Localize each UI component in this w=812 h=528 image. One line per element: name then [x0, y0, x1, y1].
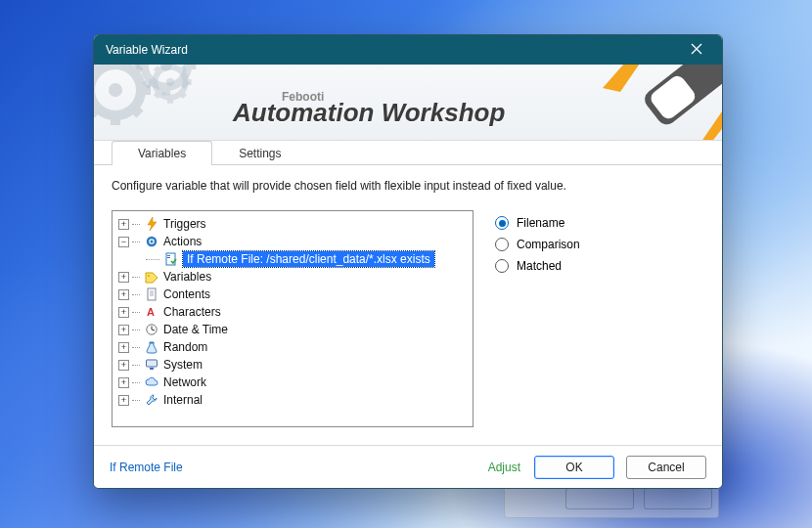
tree-node-network[interactable]: + Network [114, 374, 471, 391]
instruction-text: Configure variable that will provide cho… [112, 175, 704, 202]
svg-rect-18 [167, 255, 170, 256]
radio-matched[interactable]: Matched [495, 255, 704, 277]
ok-button[interactable]: OK [534, 456, 614, 479]
expand-icon[interactable]: + [118, 342, 129, 353]
expand-icon[interactable]: + [118, 377, 129, 388]
brand-title: Automation Workshop [233, 98, 505, 128]
clock-icon [144, 322, 159, 337]
close-icon[interactable] [681, 42, 712, 58]
tree-node-triggers[interactable]: + Triggers [114, 215, 471, 233]
tab-settings[interactable]: Settings [212, 141, 307, 165]
radio-dot-icon [495, 238, 509, 251]
radio-label: Filename [517, 216, 564, 230]
tab-bar: Variables Settings [94, 140, 722, 165]
tree-node-characters[interactable]: + A Characters [114, 303, 471, 321]
radio-comparison[interactable]: Comparison [495, 234, 704, 255]
tree-node-system[interactable]: + System [114, 356, 471, 374]
bolt-icon [144, 216, 159, 232]
document-check-icon [163, 251, 179, 267]
svg-marker-10 [603, 65, 646, 92]
desktop-wallpaper: Variable Wizard [0, 0, 812, 528]
svg-marker-20 [146, 273, 158, 283]
svg-rect-30 [150, 342, 154, 344]
svg-point-16 [151, 241, 154, 243]
expand-icon[interactable]: + [118, 272, 129, 283]
radio-dot-icon [495, 259, 509, 273]
tree-node-datetime[interactable]: + Date & Time [114, 321, 471, 338]
gear-icon [144, 234, 159, 249]
expand-icon[interactable]: + [118, 219, 129, 230]
radio-filename[interactable]: Filename [495, 212, 704, 234]
cloud-icon [144, 374, 159, 390]
tree-node-contents[interactable]: + Contents [114, 286, 471, 303]
collapse-icon[interactable]: − [118, 237, 129, 247]
expand-icon[interactable]: + [118, 360, 129, 371]
wrench-icon [144, 392, 159, 408]
flask-icon [144, 339, 159, 355]
eraser-icon [597, 65, 722, 141]
tab-variables[interactable]: Variables [112, 141, 212, 165]
svg-point-21 [148, 275, 150, 277]
svg-marker-14 [148, 217, 157, 231]
tree-node-variables[interactable]: + Variables [114, 268, 471, 286]
svg-rect-31 [147, 360, 158, 367]
tree-node-actions[interactable]: − Actions [114, 233, 471, 250]
footer-link[interactable]: If Remote File [110, 461, 183, 474]
variable-tree[interactable]: + Triggers − Actions If Remote File: /sh… [112, 210, 474, 427]
svg-rect-22 [148, 288, 156, 300]
document-icon [144, 286, 159, 302]
expand-icon[interactable]: + [118, 395, 129, 406]
svg-rect-32 [150, 368, 154, 370]
titlebar[interactable]: Variable Wizard [94, 35, 722, 65]
dialog-footer: If Remote File Adjust OK Cancel [94, 445, 722, 488]
cancel-button[interactable]: Cancel [626, 456, 706, 479]
svg-rect-19 [167, 257, 170, 258]
monitor-icon [144, 357, 159, 373]
tree-selected-label: If Remote File: /shared/client_data/*.xl… [183, 251, 434, 267]
radio-group: Filename Comparison Matched [491, 210, 704, 445]
expand-icon[interactable]: + [118, 325, 129, 335]
letter-a-icon: A [144, 304, 159, 320]
radio-dot-icon [495, 216, 509, 230]
adjust-link[interactable]: Adjust [488, 461, 520, 474]
dialog-banner: Febooti Automation Workshop [94, 65, 722, 141]
tree-node-internal[interactable]: + Internal [114, 391, 471, 409]
expand-icon[interactable]: + [118, 307, 129, 318]
radio-label: Comparison [517, 238, 580, 251]
expand-icon[interactable]: + [118, 289, 129, 300]
svg-marker-11 [697, 111, 722, 141]
tree-node-random[interactable]: + Random [114, 338, 471, 356]
tag-icon [144, 269, 159, 285]
radio-label: Matched [517, 259, 562, 273]
window-title: Variable Wizard [106, 43, 188, 57]
tree-node-if-remote-file[interactable]: If Remote File: /shared/client_data/*.xl… [114, 250, 471, 268]
variable-wizard-dialog: Variable Wizard [93, 34, 723, 489]
svg-text:A: A [147, 306, 155, 318]
